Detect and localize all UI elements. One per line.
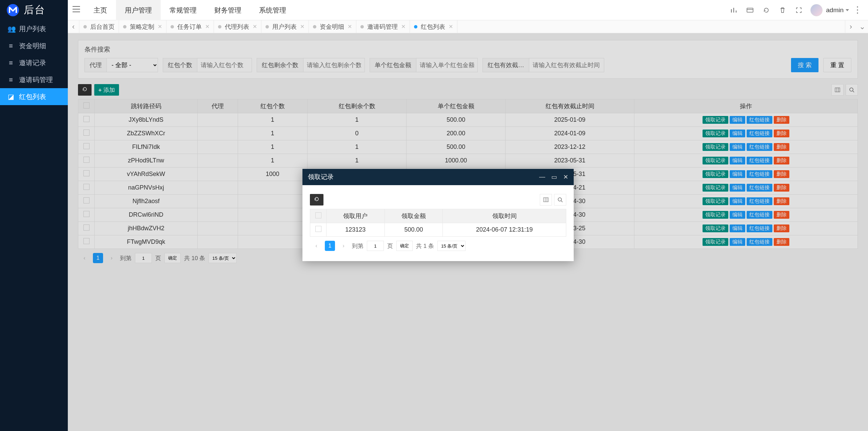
sidebar: 👥用户列表≡资金明细≡邀请记录≡邀请码管理◪红包列表: [0, 20, 68, 431]
sidebar-item-icon: ◪: [7, 93, 14, 101]
user-menu-caret[interactable]: [846, 9, 849, 11]
search-icon: [557, 197, 563, 202]
sidebar-toggle[interactable]: [68, 6, 85, 14]
stats-icon[interactable]: [726, 0, 742, 20]
tab[interactable]: 用户列表✕: [261, 20, 309, 33]
tab-dot-icon: [218, 25, 221, 28]
fullscreen-icon[interactable]: [791, 0, 807, 20]
tabs-scroll-right[interactable]: ›: [845, 20, 856, 33]
tab-label: 后台首页: [90, 23, 115, 31]
tab-close-icon[interactable]: ✕: [205, 23, 210, 30]
tab-label: 邀请码管理: [367, 23, 398, 31]
modal-close-icon[interactable]: ✕: [563, 173, 568, 181]
tab[interactable]: 任务订单✕: [166, 20, 214, 33]
sidebar-item[interactable]: ≡资金明细: [0, 37, 68, 54]
logo-icon: [7, 4, 19, 16]
tab-label: 策略定制: [130, 23, 154, 31]
tabs-menu[interactable]: ⌄: [856, 20, 868, 33]
modal-header-cell: 领取金额: [384, 209, 443, 223]
cell-user: 123123: [327, 223, 385, 237]
modal-pager-goto-input[interactable]: [367, 241, 384, 251]
tab-close-icon[interactable]: ✕: [401, 23, 406, 30]
modal-pager-page-suffix: 页: [387, 242, 393, 250]
sidebar-item[interactable]: 👥用户列表: [0, 20, 68, 37]
more-menu[interactable]: ⋮: [853, 5, 862, 15]
modal-pager-prev[interactable]: ‹: [311, 241, 321, 251]
tab-close-icon[interactable]: ✕: [158, 23, 162, 30]
modal-pager-current[interactable]: 1: [325, 241, 335, 251]
header-right: admin ⋮: [726, 0, 868, 20]
logo-text: 后台: [24, 3, 45, 17]
top-nav: 主页用户管理常规管理财务管理系统管理: [85, 0, 295, 20]
app-header: 后台 主页用户管理常规管理财务管理系统管理 admin ⋮: [0, 0, 868, 20]
modal-pager-next[interactable]: ›: [338, 241, 349, 251]
sidebar-item-label: 资金明细: [19, 41, 46, 51]
tab[interactable]: 资金明细✕: [309, 20, 356, 33]
top-nav-item[interactable]: 财务管理: [205, 0, 250, 20]
modal-refresh-button[interactable]: [310, 194, 323, 205]
tab-close-icon[interactable]: ✕: [300, 23, 304, 30]
modal-pager-total: 共 1 条: [416, 242, 434, 250]
tab-close-icon[interactable]: ✕: [253, 23, 257, 30]
sidebar-item-icon: 👥: [7, 25, 14, 33]
top-nav-item[interactable]: 用户管理: [116, 0, 161, 20]
tab-close-icon[interactable]: ✕: [348, 23, 352, 30]
refresh-icon[interactable]: [758, 0, 774, 20]
svg-line-12: [561, 201, 563, 202]
tab-dot-icon: [171, 25, 174, 28]
tab[interactable]: 邀请码管理✕: [356, 20, 410, 33]
tab-close-icon[interactable]: ✕: [449, 23, 453, 30]
card-icon[interactable]: [742, 0, 758, 20]
modal-pager-confirm[interactable]: 确定: [396, 241, 413, 251]
trash-icon[interactable]: [774, 0, 791, 20]
modal-columns-button[interactable]: [540, 194, 552, 205]
modal-row-checkbox[interactable]: [315, 226, 321, 232]
logo: 后台: [0, 0, 68, 20]
svg-point-11: [558, 198, 561, 201]
sidebar-item-label: 邀请记录: [19, 58, 46, 67]
sidebar-item[interactable]: ≡邀请记录: [0, 54, 68, 71]
avatar[interactable]: [810, 4, 823, 16]
cell-amount: 500.00: [384, 223, 443, 237]
sidebar-item-label: 红包列表: [19, 92, 46, 101]
refresh-icon: [314, 196, 319, 202]
tab-dot-icon: [414, 25, 417, 28]
svg-rect-1: [747, 8, 753, 12]
tab[interactable]: 策略定制✕: [119, 20, 166, 33]
tab-dot-icon: [83, 25, 87, 28]
sidebar-item-icon: ≡: [7, 59, 14, 67]
sidebar-item-label: 邀请码管理: [19, 75, 53, 84]
record-modal: 领取记录 ― ▭ ✕ 领取用户领取金额领取时间 123123500.002024…: [302, 169, 574, 261]
sidebar-item-icon: ≡: [7, 42, 14, 50]
tab-dot-icon: [123, 25, 126, 28]
modal-pager-goto-label: 到第: [352, 242, 363, 250]
top-nav-item[interactable]: 常规管理: [161, 0, 205, 20]
tab-label: 用户列表: [272, 23, 297, 31]
menu-icon: [73, 6, 80, 12]
modal-title-text: 领取记录: [308, 173, 334, 181]
tab-dot-icon: [265, 25, 269, 28]
tabs-row: ‹ 后台首页策略定制✕任务订单✕代理列表✕用户列表✕资金明细✕邀请码管理✕红包列…: [68, 20, 868, 33]
modal-table: 领取用户领取金额领取时间 123123500.002024-06-07 12:3…: [310, 209, 566, 237]
modal-pagination: ‹ 1 › 到第 页 确定 共 1 条 15 条/页: [310, 237, 566, 255]
sidebar-item[interactable]: ≡邀请码管理: [0, 71, 68, 88]
modal-header-cell: 领取用户: [327, 209, 385, 223]
top-nav-item[interactable]: 主页: [85, 0, 116, 20]
modal-select-all[interactable]: [315, 212, 321, 218]
modal-min-icon[interactable]: ―: [539, 173, 545, 181]
user-name: admin: [826, 6, 844, 14]
tab[interactable]: 代理列表✕: [214, 20, 261, 33]
tab[interactable]: 后台首页: [79, 20, 119, 33]
tab-dot-icon: [313, 25, 316, 28]
sidebar-item[interactable]: ◪红包列表: [0, 88, 68, 105]
tab[interactable]: 红包列表✕: [410, 20, 457, 33]
cell-time: 2024-06-07 12:31:19: [443, 223, 566, 237]
tabs-scroll-left[interactable]: ‹: [68, 20, 79, 33]
modal-pager-perpage[interactable]: 15 条/页: [437, 241, 466, 251]
top-nav-item[interactable]: 系统管理: [250, 0, 295, 20]
sidebar-item-label: 用户列表: [19, 24, 46, 34]
modal-max-icon[interactable]: ▭: [551, 173, 557, 181]
tab-label: 红包列表: [421, 23, 445, 31]
modal-search-button[interactable]: [554, 194, 566, 205]
tab-label: 任务订单: [177, 23, 202, 31]
